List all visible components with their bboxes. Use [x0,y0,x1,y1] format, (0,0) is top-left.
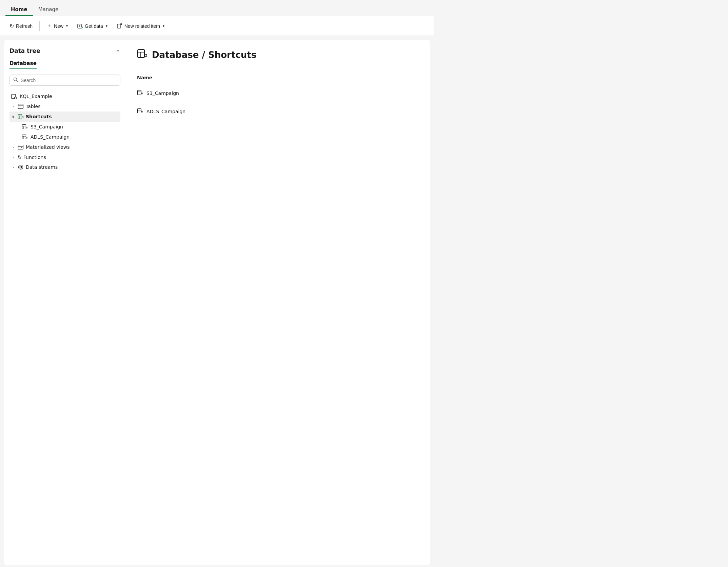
refresh-label: Refresh [16,23,33,29]
search-icon [13,77,18,83]
svg-point-20 [26,127,27,128]
table-row: ADLS_Campaign [137,102,419,121]
tree-item-s3-campaign[interactable]: S3_Campaign [9,122,120,132]
svg-rect-25 [18,145,23,149]
svg-point-37 [141,93,142,94]
s3-label: S3_Campaign [31,124,63,129]
panel-header: Data tree « [9,47,120,55]
get-data-icon [77,23,83,29]
row-adls-label: ADLS_Campaign [146,109,185,114]
table-cell-s3[interactable]: S3_Campaign [137,84,419,103]
right-panel: Database / Shortcuts Name [126,40,430,565]
new-chevron-icon: ▾ [66,24,68,28]
get-data-button[interactable]: Get data ▾ [73,21,112,32]
panel-title: Data tree [9,47,40,54]
row-item-adls: ADLS_Campaign [137,108,419,115]
datastreams-label: Data streams [26,164,58,170]
svg-rect-10 [18,104,23,109]
breadcrumb-header: Database / Shortcuts [137,48,419,61]
svg-text:↑: ↑ [15,97,17,99]
breadcrumb-text: Database / Shortcuts [152,50,256,60]
content-table: Name [137,72,419,121]
get-data-chevron-icon: ▾ [106,24,107,28]
tab-manage[interactable]: Manage [33,4,64,16]
s3-icon [22,124,28,130]
main-content: Data tree « Database ↑ KQL [0,36,434,567]
adls-icon [22,134,28,140]
svg-rect-17 [22,125,26,129]
tree-item-datastreams[interactable]: › Data streams [9,162,120,172]
adls-label: ADLS_Campaign [31,134,70,140]
tab-home[interactable]: Home [5,4,33,16]
get-data-label: Get data [85,23,103,29]
datastreams-icon [18,164,24,170]
tree-item-adls-campaign[interactable]: ADLS_Campaign [9,132,120,142]
row-item-s3: S3_Campaign [137,89,419,97]
materialized-chevron-icon: › [11,145,16,149]
table-cell-adls[interactable]: ADLS_Campaign [137,102,419,121]
search-input[interactable] [21,78,117,83]
refresh-button[interactable]: ↻ Refresh [5,20,37,32]
svg-point-24 [26,138,27,138]
materialized-icon [18,144,24,150]
materialized-label: Materialized views [26,144,70,150]
svg-line-6 [17,81,18,82]
tables-icon [18,103,24,109]
functions-icon: fx [18,154,21,160]
tree-root-item-kql[interactable]: ↑ KQL_Example [9,91,120,101]
tree-item-tables[interactable]: › Tables [9,101,120,112]
functions-chevron-icon: › [11,155,16,159]
shortcuts-icon [18,114,24,120]
svg-point-16 [22,117,22,118]
new-icon: ＋ [46,22,52,29]
functions-label: Functions [23,155,46,160]
svg-point-41 [141,112,142,112]
svg-rect-13 [18,115,22,119]
refresh-icon: ↻ [9,23,14,29]
column-name-header: Name [137,72,419,84]
svg-rect-21 [22,135,26,139]
row-s3-label: S3_Campaign [146,90,179,96]
new-related-item-icon [117,23,122,29]
tree-item-functions[interactable]: › fx Functions [9,152,120,162]
toolbar-divider-1 [39,21,40,31]
kql-icon: ↑ [11,93,17,99]
table-row: S3_Campaign [137,84,419,103]
row-adls-icon [137,108,143,115]
collapse-button[interactable]: « [115,47,120,55]
database-tab[interactable]: Database [9,60,37,69]
row-s3-icon [137,89,143,97]
svg-point-33 [144,55,145,56]
svg-rect-30 [138,49,144,58]
svg-point-28 [19,165,23,169]
left-panel: Data tree « Database ↑ KQL [4,40,126,565]
top-tabs: Home Manage [0,0,434,16]
new-related-item-chevron-icon: ▾ [163,24,164,28]
svg-point-1 [81,26,83,28]
new-related-item-label: New related item [124,23,160,29]
svg-rect-4 [117,24,121,28]
tree-item-materialized[interactable]: › Materialized views [9,142,120,152]
tables-label: Tables [26,104,41,109]
search-box [9,75,120,86]
shortcuts-chevron-icon: ∨ [11,115,16,119]
shortcuts-label: Shortcuts [26,114,52,119]
new-related-item-button[interactable]: New related item ▾ [113,21,169,32]
kql-label: KQL_Example [20,94,52,99]
tree-item-shortcuts[interactable]: ∨ Shortcuts [9,112,120,122]
svg-rect-34 [138,90,141,95]
toolbar: ↻ Refresh ＋ New ▾ Get data ▾ [0,16,434,36]
svg-rect-38 [138,109,141,113]
new-button[interactable]: ＋ New ▾ [42,20,72,32]
breadcrumb-icon [137,48,148,61]
tables-chevron-icon: › [11,104,16,109]
new-label: New [54,23,63,29]
svg-point-29 [20,166,22,168]
datastreams-chevron-icon: › [11,165,16,169]
